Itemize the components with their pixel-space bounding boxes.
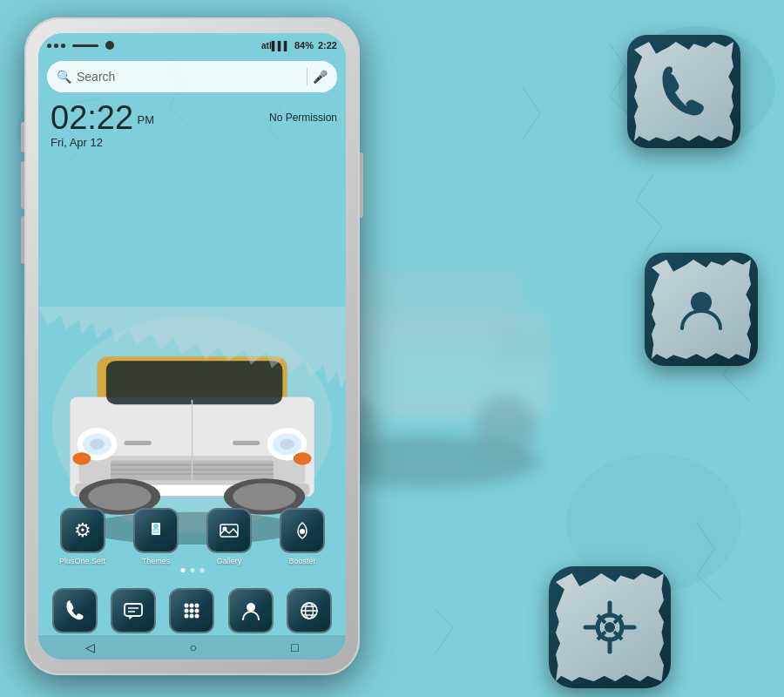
svg-point-63 [195,614,199,619]
time-display: 02:22 PM Fri, Apr 12 [51,101,154,149]
phone-symbol [627,35,740,148]
svg-point-8 [475,396,536,457]
recent-button[interactable]: □ [291,640,298,654]
gallery-label: Gallery [217,557,242,565]
svg-point-33 [280,439,294,450]
themes-label: Themes [142,557,171,565]
svg-rect-49 [220,524,238,537]
svg-point-66 [306,603,314,619]
search-divider [307,68,308,85]
search-placeholder: Search [77,70,301,84]
camera-dots [47,44,65,48]
svg-rect-6 [331,270,523,340]
svg-rect-45 [152,523,160,535]
app-icons-row1: ⚙ PlusOne Sett Themes [45,508,339,565]
app-booster[interactable]: Booster [280,508,325,565]
plusone-label: PlusOne Sett [59,557,105,565]
svg-rect-22 [106,361,282,404]
big-chrome-icon[interactable] [549,566,671,688]
svg-point-57 [195,604,199,608]
svg-point-13 [605,622,615,633]
svg-rect-52 [125,604,142,616]
home-button[interactable]: ○ [190,640,197,654]
clock-time: 2:22 [318,40,337,51]
page-dot-2 [190,568,194,572]
svg-point-62 [190,614,194,619]
dock-messages[interactable] [111,588,156,633]
app-themes[interactable]: Themes [133,508,179,565]
svg-point-56 [190,604,194,608]
phone-device: atl▌▌▌ 84% 2:22 🔍 Search 🎤 02:22 PM Fri,… [24,17,360,675]
svg-point-58 [185,609,189,613]
dock-browser[interactable] [287,588,332,633]
svg-point-59 [190,609,194,613]
back-button[interactable]: ◁ [85,640,95,654]
dock-contacts-icon [240,600,261,621]
svg-point-51 [300,529,305,534]
dock-apps-icon [181,600,202,621]
status-right: atl▌▌▌ 84% 2:22 [261,40,337,51]
svg-point-50 [222,527,226,531]
app-plusone-settings[interactable]: ⚙ PlusOne Sett [59,508,105,565]
phone-screen: atl▌▌▌ 84% 2:22 🔍 Search 🎤 02:22 PM Fri,… [38,33,346,660]
clock-date: Fri, Apr 12 [51,136,154,149]
dock-phone-icon [64,600,85,621]
status-left [47,41,114,50]
page-indicator [180,568,204,572]
booster-label: Booster [288,557,315,565]
phone-body: atl▌▌▌ 84% 2:22 🔍 Search 🎤 02:22 PM Fri,… [24,17,360,675]
svg-rect-44 [233,441,260,445]
dock-contacts[interactable] [228,588,274,633]
svg-point-30 [90,439,105,450]
gallery-icon [218,519,240,542]
dock-apps[interactable] [169,588,214,633]
battery-level: 84% [294,40,314,51]
dock-phone[interactable] [52,588,98,633]
contact-symbol [645,253,758,366]
dock-globe-icon [299,600,320,621]
clock-big: 02:22 [51,99,133,136]
svg-point-65 [301,603,317,619]
booster-icon [291,519,314,542]
dock-message-icon [123,600,144,621]
app-icons-dock [45,588,339,633]
svg-point-34 [72,452,91,465]
svg-point-41 [233,483,296,510]
svg-point-60 [195,609,199,613]
big-contact-icon[interactable] [645,253,758,366]
svg-point-64 [247,603,255,612]
settings-icon: ⚙ [74,519,91,542]
svg-point-55 [185,604,189,608]
svg-point-61 [185,614,189,619]
svg-point-46 [153,524,159,529]
big-phone-icon[interactable] [627,35,740,148]
clock-ampm: PM [138,113,155,126]
themes-icon [145,519,167,542]
permission-notice: No Permission [269,112,337,124]
svg-rect-43 [125,441,152,445]
page-dot-3 [199,568,204,572]
svg-rect-10 [497,327,549,362]
search-bar[interactable]: 🔍 Search 🎤 [47,61,337,92]
search-icon: 🔍 [57,70,71,84]
chrome-symbol [549,566,671,688]
nav-bar: ◁ ○ □ [38,635,346,660]
mic-icon[interactable]: 🎤 [313,70,328,84]
svg-point-35 [294,452,312,465]
status-bar: atl▌▌▌ 84% 2:22 [38,33,346,58]
page-dot-1 [180,568,185,572]
signal-bars: atl▌▌▌ [261,41,290,51]
app-gallery[interactable]: Gallery [206,508,252,565]
svg-point-39 [88,483,152,510]
